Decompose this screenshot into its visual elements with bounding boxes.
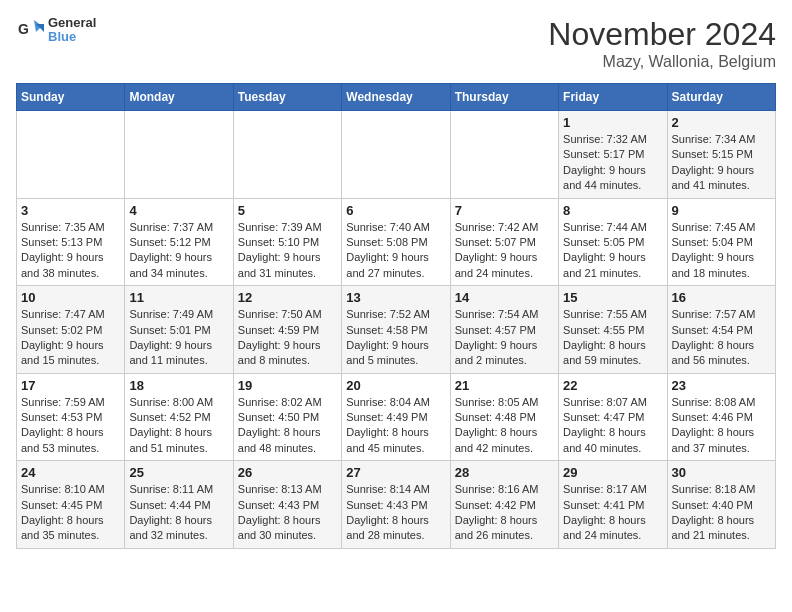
day-info: Sunrise: 7:34 AM Sunset: 5:15 PM Dayligh… <box>672 132 771 194</box>
calendar-cell: 12Sunrise: 7:50 AM Sunset: 4:59 PM Dayli… <box>233 286 341 374</box>
logo-text: General Blue <box>48 16 96 45</box>
day-number: 1 <box>563 115 662 130</box>
calendar-cell: 3Sunrise: 7:35 AM Sunset: 5:13 PM Daylig… <box>17 198 125 286</box>
calendar-cell: 4Sunrise: 7:37 AM Sunset: 5:12 PM Daylig… <box>125 198 233 286</box>
header-cell-sunday: Sunday <box>17 84 125 111</box>
calendar-cell: 14Sunrise: 7:54 AM Sunset: 4:57 PM Dayli… <box>450 286 558 374</box>
calendar-cell: 23Sunrise: 8:08 AM Sunset: 4:46 PM Dayli… <box>667 373 775 461</box>
day-info: Sunrise: 7:49 AM Sunset: 5:01 PM Dayligh… <box>129 307 228 369</box>
day-info: Sunrise: 7:55 AM Sunset: 4:55 PM Dayligh… <box>563 307 662 369</box>
day-info: Sunrise: 7:44 AM Sunset: 5:05 PM Dayligh… <box>563 220 662 282</box>
day-number: 12 <box>238 290 337 305</box>
day-number: 16 <box>672 290 771 305</box>
day-info: Sunrise: 8:10 AM Sunset: 4:45 PM Dayligh… <box>21 482 120 544</box>
header-row: SundayMondayTuesdayWednesdayThursdayFrid… <box>17 84 776 111</box>
calendar-cell: 2Sunrise: 7:34 AM Sunset: 5:15 PM Daylig… <box>667 111 775 199</box>
logo-icon: G <box>16 16 44 44</box>
calendar-cell: 27Sunrise: 8:14 AM Sunset: 4:43 PM Dayli… <box>342 461 450 549</box>
day-number: 15 <box>563 290 662 305</box>
day-info: Sunrise: 7:40 AM Sunset: 5:08 PM Dayligh… <box>346 220 445 282</box>
calendar-cell <box>450 111 558 199</box>
day-number: 3 <box>21 203 120 218</box>
calendar-cell: 7Sunrise: 7:42 AM Sunset: 5:07 PM Daylig… <box>450 198 558 286</box>
day-info: Sunrise: 8:00 AM Sunset: 4:52 PM Dayligh… <box>129 395 228 457</box>
day-info: Sunrise: 7:50 AM Sunset: 4:59 PM Dayligh… <box>238 307 337 369</box>
day-number: 2 <box>672 115 771 130</box>
day-number: 5 <box>238 203 337 218</box>
day-number: 4 <box>129 203 228 218</box>
day-number: 9 <box>672 203 771 218</box>
day-number: 7 <box>455 203 554 218</box>
header-cell-tuesday: Tuesday <box>233 84 341 111</box>
day-number: 21 <box>455 378 554 393</box>
day-info: Sunrise: 7:47 AM Sunset: 5:02 PM Dayligh… <box>21 307 120 369</box>
calendar-cell: 10Sunrise: 7:47 AM Sunset: 5:02 PM Dayli… <box>17 286 125 374</box>
calendar-week-1: 1Sunrise: 7:32 AM Sunset: 5:17 PM Daylig… <box>17 111 776 199</box>
day-number: 17 <box>21 378 120 393</box>
calendar-cell <box>17 111 125 199</box>
logo-line2: Blue <box>48 30 96 44</box>
day-number: 10 <box>21 290 120 305</box>
header-cell-friday: Friday <box>559 84 667 111</box>
calendar-cell: 8Sunrise: 7:44 AM Sunset: 5:05 PM Daylig… <box>559 198 667 286</box>
calendar-cell <box>233 111 341 199</box>
calendar-cell: 20Sunrise: 8:04 AM Sunset: 4:49 PM Dayli… <box>342 373 450 461</box>
calendar-cell: 17Sunrise: 7:59 AM Sunset: 4:53 PM Dayli… <box>17 373 125 461</box>
day-info: Sunrise: 7:45 AM Sunset: 5:04 PM Dayligh… <box>672 220 771 282</box>
header-cell-wednesday: Wednesday <box>342 84 450 111</box>
day-info: Sunrise: 7:37 AM Sunset: 5:12 PM Dayligh… <box>129 220 228 282</box>
calendar-table: SundayMondayTuesdayWednesdayThursdayFrid… <box>16 83 776 549</box>
logo-line1: General <box>48 16 96 30</box>
logo[interactable]: G General Blue <box>16 16 96 45</box>
day-number: 6 <box>346 203 445 218</box>
calendar-cell: 13Sunrise: 7:52 AM Sunset: 4:58 PM Dayli… <box>342 286 450 374</box>
day-number: 27 <box>346 465 445 480</box>
day-number: 22 <box>563 378 662 393</box>
day-number: 18 <box>129 378 228 393</box>
title-block: November 2024 Mazy, Wallonia, Belgium <box>548 16 776 71</box>
day-info: Sunrise: 8:05 AM Sunset: 4:48 PM Dayligh… <box>455 395 554 457</box>
day-info: Sunrise: 7:35 AM Sunset: 5:13 PM Dayligh… <box>21 220 120 282</box>
calendar-cell: 11Sunrise: 7:49 AM Sunset: 5:01 PM Dayli… <box>125 286 233 374</box>
page-title: November 2024 <box>548 16 776 53</box>
day-info: Sunrise: 8:17 AM Sunset: 4:41 PM Dayligh… <box>563 482 662 544</box>
calendar-body: 1Sunrise: 7:32 AM Sunset: 5:17 PM Daylig… <box>17 111 776 549</box>
header-cell-saturday: Saturday <box>667 84 775 111</box>
day-number: 28 <box>455 465 554 480</box>
day-number: 20 <box>346 378 445 393</box>
calendar-cell: 5Sunrise: 7:39 AM Sunset: 5:10 PM Daylig… <box>233 198 341 286</box>
day-info: Sunrise: 7:57 AM Sunset: 4:54 PM Dayligh… <box>672 307 771 369</box>
calendar-cell <box>125 111 233 199</box>
calendar-cell: 30Sunrise: 8:18 AM Sunset: 4:40 PM Dayli… <box>667 461 775 549</box>
calendar-cell: 26Sunrise: 8:13 AM Sunset: 4:43 PM Dayli… <box>233 461 341 549</box>
calendar-cell: 1Sunrise: 7:32 AM Sunset: 5:17 PM Daylig… <box>559 111 667 199</box>
day-info: Sunrise: 8:02 AM Sunset: 4:50 PM Dayligh… <box>238 395 337 457</box>
header-cell-thursday: Thursday <box>450 84 558 111</box>
day-number: 13 <box>346 290 445 305</box>
calendar-week-2: 3Sunrise: 7:35 AM Sunset: 5:13 PM Daylig… <box>17 198 776 286</box>
calendar-cell: 18Sunrise: 8:00 AM Sunset: 4:52 PM Dayli… <box>125 373 233 461</box>
day-info: Sunrise: 8:11 AM Sunset: 4:44 PM Dayligh… <box>129 482 228 544</box>
day-info: Sunrise: 7:52 AM Sunset: 4:58 PM Dayligh… <box>346 307 445 369</box>
day-number: 19 <box>238 378 337 393</box>
calendar-cell: 15Sunrise: 7:55 AM Sunset: 4:55 PM Dayli… <box>559 286 667 374</box>
calendar-cell <box>342 111 450 199</box>
day-info: Sunrise: 8:04 AM Sunset: 4:49 PM Dayligh… <box>346 395 445 457</box>
day-info: Sunrise: 8:07 AM Sunset: 4:47 PM Dayligh… <box>563 395 662 457</box>
day-info: Sunrise: 7:32 AM Sunset: 5:17 PM Dayligh… <box>563 132 662 194</box>
calendar-week-3: 10Sunrise: 7:47 AM Sunset: 5:02 PM Dayli… <box>17 286 776 374</box>
calendar-cell: 28Sunrise: 8:16 AM Sunset: 4:42 PM Dayli… <box>450 461 558 549</box>
day-number: 26 <box>238 465 337 480</box>
calendar-week-4: 17Sunrise: 7:59 AM Sunset: 4:53 PM Dayli… <box>17 373 776 461</box>
calendar-cell: 9Sunrise: 7:45 AM Sunset: 5:04 PM Daylig… <box>667 198 775 286</box>
calendar-cell: 21Sunrise: 8:05 AM Sunset: 4:48 PM Dayli… <box>450 373 558 461</box>
day-info: Sunrise: 8:08 AM Sunset: 4:46 PM Dayligh… <box>672 395 771 457</box>
day-info: Sunrise: 7:39 AM Sunset: 5:10 PM Dayligh… <box>238 220 337 282</box>
calendar-week-5: 24Sunrise: 8:10 AM Sunset: 4:45 PM Dayli… <box>17 461 776 549</box>
calendar-header: SundayMondayTuesdayWednesdayThursdayFrid… <box>17 84 776 111</box>
svg-text:G: G <box>18 21 29 37</box>
day-info: Sunrise: 7:54 AM Sunset: 4:57 PM Dayligh… <box>455 307 554 369</box>
header-cell-monday: Monday <box>125 84 233 111</box>
page-subtitle: Mazy, Wallonia, Belgium <box>548 53 776 71</box>
day-number: 25 <box>129 465 228 480</box>
